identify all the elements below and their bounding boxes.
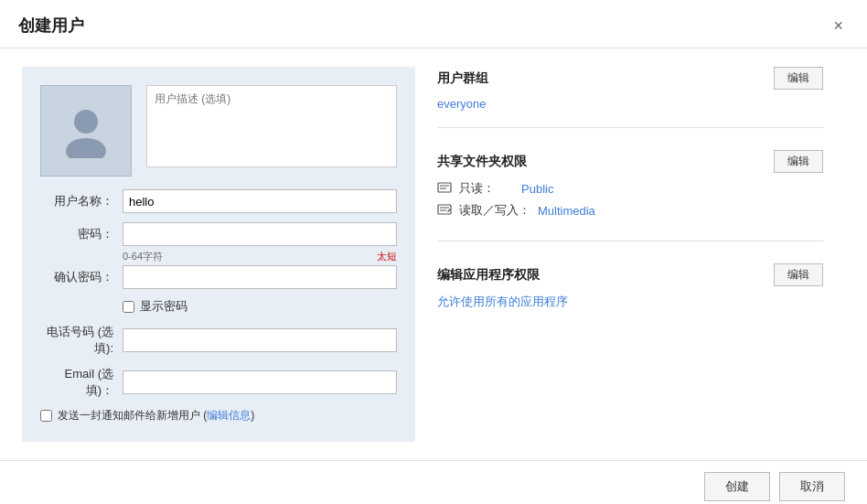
confirm-password-input[interactable] [123, 265, 397, 289]
svg-rect-2 [438, 183, 451, 192]
app-permissions-header: 编辑应用程序权限 编辑 [437, 263, 823, 286]
readonly-icon [437, 182, 452, 195]
readonly-value[interactable]: Public [521, 182, 553, 196]
dialog-body: 用户名称： 密码： 0-64字符 太短 确认密码： 显示密码 [0, 48, 867, 460]
password-input[interactable] [123, 222, 397, 246]
show-password-checkbox[interactable] [123, 301, 134, 313]
username-label: 用户名称： [40, 193, 123, 209]
show-password-label[interactable]: 显示密码 [140, 298, 187, 315]
app-permissions-section: 编辑应用程序权限 编辑 允许使用所有的应用程序 [437, 263, 823, 327]
notify-edit-link[interactable]: 编辑信息 [207, 409, 251, 422]
password-label: 密码： [40, 226, 123, 242]
phone-input[interactable] [123, 328, 397, 352]
password-hint: 0-64字符 [123, 250, 163, 263]
show-password-row: 显示密码 [40, 298, 397, 315]
left-panel: 用户名称： 密码： 0-64字符 太短 确认密码： 显示密码 [22, 67, 415, 442]
app-permissions-value[interactable]: 允许使用所有的应用程序 [437, 295, 568, 308]
create-button[interactable]: 创建 [704, 472, 770, 501]
confirm-password-row: 确认密码： [40, 265, 397, 289]
avatar[interactable] [40, 85, 132, 177]
svg-point-0 [74, 110, 98, 134]
notify-label[interactable]: 发送一封通知邮件给新增用户 (编辑信息) [58, 408, 254, 424]
user-group-edit-button[interactable]: 编辑 [774, 67, 823, 90]
user-group-section: 用户群组 编辑 everyone [437, 67, 823, 128]
readwrite-row: 读取／写入： Multimedia [437, 202, 823, 219]
cancel-button[interactable]: 取消 [779, 472, 845, 501]
readwrite-icon [437, 204, 452, 217]
readwrite-label: 读取／写入： [459, 202, 530, 219]
app-permissions-title: 编辑应用程序权限 [437, 267, 540, 284]
username-row: 用户名称： [40, 189, 397, 213]
email-input[interactable] [123, 370, 397, 394]
app-permissions-edit-button[interactable]: 编辑 [774, 263, 823, 286]
username-input[interactable] [123, 189, 397, 213]
password-error: 太短 [377, 250, 397, 263]
dialog-title: 创建用户 [18, 15, 84, 37]
user-group-header: 用户群组 编辑 [437, 67, 823, 90]
readonly-row: 只读： Public [437, 180, 823, 197]
create-user-dialog: 创建用户 × 用户名称： [0, 0, 867, 504]
email-label: Email (选填)： [40, 366, 123, 399]
close-button[interactable]: × [828, 16, 849, 36]
shared-folder-title: 共享文件夹权限 [437, 154, 527, 170]
shared-folder-section: 共享文件夹权限 编辑 只读： Public [437, 150, 823, 241]
password-row: 密码： [40, 222, 397, 246]
svg-rect-5 [438, 205, 451, 214]
description-input[interactable] [146, 85, 397, 167]
phone-row: 电话号码 (选填): [40, 324, 397, 357]
readonly-label: 只读： [459, 180, 514, 197]
description-area [146, 85, 397, 177]
user-avatar-icon [59, 103, 113, 158]
right-panel: 用户群组 编辑 everyone 共享文件夹权限 编辑 只读： [415, 67, 845, 442]
dialog-footer: 创建 取消 [0, 460, 867, 504]
svg-point-1 [66, 138, 106, 158]
dialog-header: 创建用户 × [0, 0, 867, 48]
shared-folder-header: 共享文件夹权限 编辑 [437, 150, 823, 173]
phone-label: 电话号码 (选填): [40, 324, 123, 357]
user-group-title: 用户群组 [437, 70, 488, 87]
readwrite-value[interactable]: Multimedia [538, 204, 595, 218]
avatar-row [40, 85, 397, 177]
notify-checkbox[interactable] [40, 410, 52, 422]
password-hint-row: 0-64字符 太短 [40, 250, 397, 263]
email-row: Email (选填)： [40, 366, 397, 399]
shared-folder-edit-button[interactable]: 编辑 [774, 150, 823, 173]
confirm-password-label: 确认密码： [40, 269, 123, 285]
user-group-value[interactable]: everyone [437, 97, 486, 111]
notify-row: 发送一封通知邮件给新增用户 (编辑信息) [40, 408, 397, 424]
